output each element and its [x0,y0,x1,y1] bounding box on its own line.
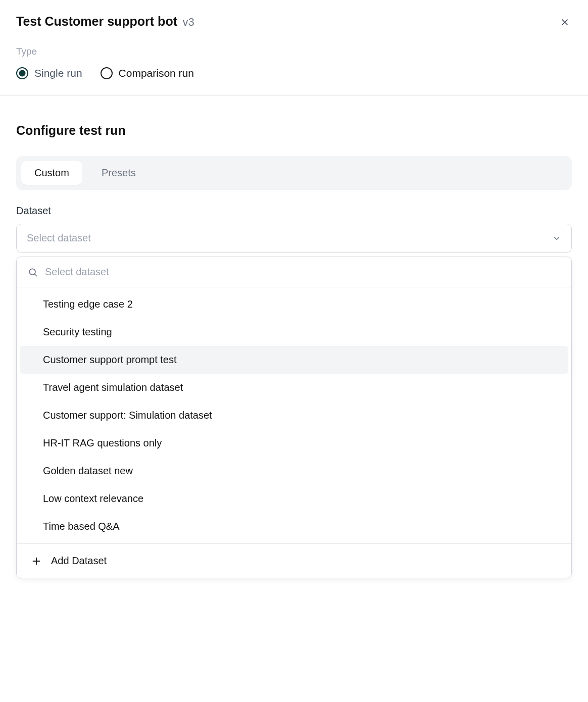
dataset-select-trigger[interactable]: Select dataset [16,224,572,253]
search-icon [28,267,38,277]
type-label: Type [16,46,572,57]
dataset-search-input[interactable] [45,266,560,278]
page-title: Test Customer support bot v3 [16,14,194,29]
dataset-label: Dataset [16,205,572,217]
version-badge: v3 [182,16,194,28]
radio-selected-icon [16,67,28,79]
dataset-option[interactable]: HR-IT RAG questions only [20,429,568,457]
radio-single-label: Single run [34,67,82,79]
plus-icon [31,556,42,567]
chevron-down-icon [552,234,561,243]
svg-line-1 [35,274,37,276]
dataset-option[interactable]: Customer support prompt test [20,346,568,374]
select-placeholder-text: Select dataset [27,232,91,244]
dataset-option[interactable]: Testing edge case 2 [20,290,568,318]
run-type-radio-group: Single run Comparison run [16,67,572,79]
radio-single-run[interactable]: Single run [16,67,82,79]
radio-comparison-run[interactable]: Comparison run [101,67,194,79]
dataset-option[interactable]: Travel agent simulation dataset [20,374,568,402]
title-text: Test Customer support bot [16,14,177,28]
close-button[interactable] [558,15,572,31]
dataset-option[interactable]: Golden dataset new [20,457,568,485]
radio-unselected-icon [101,67,113,79]
add-dataset-button[interactable]: Add Dataset [17,543,571,578]
dataset-option[interactable]: Low context relevance [20,485,568,513]
close-icon [560,17,570,27]
dataset-dropdown-panel: Testing edge case 2Security testingCusto… [16,257,572,578]
dataset-options-list: Testing edge case 2Security testingCusto… [17,287,571,543]
tab-custom[interactable]: Custom [21,161,82,185]
dataset-search-row [17,257,571,287]
configure-title: Configure test run [16,123,572,138]
radio-comparison-label: Comparison run [119,67,194,79]
tab-presets[interactable]: Presets [88,161,149,185]
dataset-option[interactable]: Time based Q&A [20,513,568,540]
add-dataset-label: Add Dataset [51,555,107,567]
dataset-option[interactable]: Customer support: Simulation dataset [20,402,568,429]
tabs-container: Custom Presets [16,156,572,190]
dataset-option[interactable]: Security testing [20,318,568,346]
